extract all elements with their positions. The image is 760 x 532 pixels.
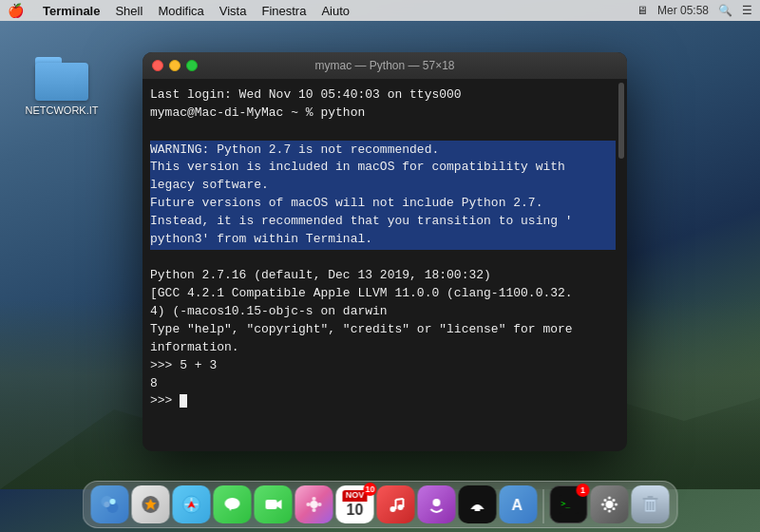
- svg-point-2: [104, 502, 110, 507]
- close-button[interactable]: [152, 60, 163, 71]
- terminal-help-line1: Type "help", "copyright", "credits" or "…: [150, 321, 616, 339]
- svg-point-15: [313, 497, 316, 501]
- menu-modifica[interactable]: Modifica: [150, 4, 211, 18]
- dock-separator: [543, 489, 544, 523]
- dock-podcasts[interactable]: [418, 485, 456, 523]
- terminal-warn-6: python3' from within Terminal.: [150, 231, 616, 249]
- clock: Mer 05:58: [657, 4, 709, 17]
- menu-vista[interactable]: Vista: [212, 4, 255, 18]
- svg-point-37: [613, 499, 616, 502]
- terminal-prompt2: >>>: [150, 392, 616, 410]
- svg-point-32: [601, 504, 604, 506]
- svg-rect-39: [643, 498, 658, 500]
- dock-finder[interactable]: [91, 485, 129, 523]
- svg-point-18: [318, 503, 322, 506]
- menu-items: Terminale Shell Modifica Vista Finestra …: [35, 4, 357, 18]
- svg-point-36: [604, 507, 607, 510]
- dock-safari[interactable]: [173, 485, 211, 523]
- maximize-button[interactable]: [186, 60, 198, 71]
- menu-terminale[interactable]: Terminale: [35, 4, 107, 18]
- svg-text:A: A: [512, 497, 523, 513]
- svg-point-33: [615, 504, 618, 506]
- svg-point-17: [307, 503, 311, 506]
- svg-rect-12: [266, 500, 277, 509]
- terminal-result: 8: [150, 375, 616, 393]
- cursor: [180, 394, 187, 408]
- terminal-content[interactable]: Last login: Wed Nov 10 05:40:03 on ttys0…: [142, 79, 627, 451]
- svg-point-14: [311, 501, 318, 508]
- dock-calendar[interactable]: NOV10 10: [336, 485, 374, 523]
- svg-text:>_: >_: [561, 500, 571, 508]
- calendar-badge: 10: [364, 483, 377, 496]
- terminal-warn-1: WARNING: Python 2.7 is not recommended.: [150, 142, 616, 160]
- svg-point-24: [433, 499, 441, 506]
- terminal-warn-3: legacy software.: [150, 177, 616, 195]
- terminal-help-line2: information.: [150, 339, 616, 357]
- dock-messages[interactable]: [214, 485, 252, 523]
- traffic-lights: [152, 60, 198, 71]
- dock-launchpad[interactable]: [132, 485, 170, 523]
- svg-point-31: [608, 510, 611, 513]
- search-icon[interactable]: 🔍: [718, 4, 732, 17]
- terminal-line-1: mymac@Mac-di-MyMac ~ % python: [150, 104, 616, 123]
- svg-point-16: [313, 508, 316, 512]
- svg-marker-11: [229, 507, 233, 511]
- svg-point-10: [225, 498, 240, 509]
- dock-music[interactable]: [377, 485, 415, 523]
- svg-rect-40: [648, 496, 654, 498]
- terminal-title: mymac — Python — 57×18: [314, 59, 454, 72]
- menubar: 🍎 Terminale Shell Modifica Vista Finestr…: [0, 0, 760, 21]
- display-icon: 🖥: [636, 4, 648, 17]
- svg-point-30: [608, 497, 611, 500]
- terminal-warn-5: Instead, it is recommended that you tran…: [150, 213, 616, 231]
- folder-icon: [35, 57, 88, 101]
- menubar-right: 🖥 Mer 05:58 🔍 ☰: [636, 4, 752, 17]
- terminal-gcc-line: [GCC 4.2.1 Compatible Apple LLVM 11.0.0 …: [150, 285, 616, 303]
- terminal-scrollbar-thumb[interactable]: [618, 83, 624, 159]
- terminal-window[interactable]: mymac — Python — 57×18 Last login: Wed N…: [142, 52, 627, 451]
- terminal-line-blank2: [150, 250, 616, 268]
- menu-icon[interactable]: ☰: [742, 4, 752, 17]
- svg-point-29: [606, 501, 614, 508]
- terminal-line-blank1: [150, 123, 616, 141]
- terminal-python-version: Python 2.7.16 (default, Dec 13 2019, 18:…: [150, 267, 616, 285]
- menu-finestra[interactable]: Finestra: [254, 4, 314, 18]
- terminal-warn-2: This version is included in macOS for co…: [150, 159, 616, 177]
- desktop-folder[interactable]: NETCWORK.IT: [28, 57, 95, 116]
- terminal-titlebar: mymac — Python — 57×18: [142, 52, 627, 79]
- terminal-warn-4: Future versions of macOS will not includ…: [150, 195, 616, 213]
- svg-point-34: [604, 499, 607, 502]
- desktop: 🍎 Terminale Shell Modifica Vista Finestr…: [0, 0, 760, 532]
- svg-point-3: [110, 499, 116, 504]
- terminal-macos-line: 4) (-macos10.15-objc-s on darwin: [150, 303, 616, 321]
- dock-facetime[interactable]: [255, 485, 293, 523]
- dock-system-prefs[interactable]: [591, 485, 629, 523]
- dock: NOV10 10 A >_ 1: [83, 481, 678, 528]
- svg-point-35: [613, 507, 616, 510]
- dock-photos[interactable]: [295, 485, 333, 523]
- dock-appstore[interactable]: A: [500, 485, 538, 523]
- menu-shell[interactable]: Shell: [107, 4, 150, 18]
- terminal-badge: 1: [577, 484, 590, 497]
- svg-marker-13: [277, 500, 282, 509]
- minimize-button[interactable]: [169, 60, 180, 71]
- svg-rect-25: [475, 509, 481, 511]
- dock-appletv[interactable]: [459, 485, 497, 523]
- terminal-line-0: Last login: Wed Nov 10 05:40:03 on ttys0…: [150, 86, 616, 104]
- terminal-prompt1: >>> 5 + 3: [150, 357, 616, 375]
- folder-body: [35, 63, 88, 101]
- apple-menu[interactable]: 🍎: [8, 3, 24, 18]
- dock-terminal[interactable]: >_ 1: [550, 485, 588, 523]
- dock-trash[interactable]: [632, 485, 670, 523]
- terminal-warning: WARNING: Python 2.7 is not recommended. …: [150, 141, 616, 250]
- svg-line-23: [396, 499, 404, 500]
- menu-aiuto[interactable]: Aiuto: [314, 4, 357, 18]
- folder-label: NETCWORK.IT: [26, 104, 99, 116]
